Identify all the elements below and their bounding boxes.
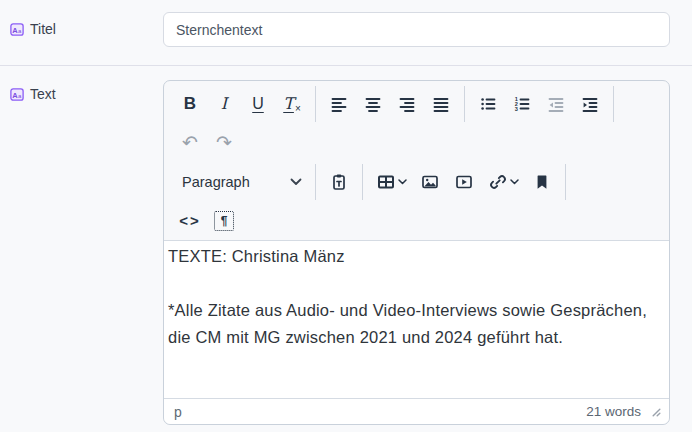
- link-button[interactable]: [481, 166, 525, 198]
- link-icon: [488, 172, 508, 192]
- italic-button[interactable]: I: [207, 88, 241, 120]
- toolbar-row-2: ↶ ↷: [173, 123, 661, 162]
- underline-button[interactable]: U: [241, 88, 275, 120]
- element-path[interactable]: p: [174, 404, 182, 420]
- svg-text:3: 3: [515, 105, 518, 111]
- italic-icon: I: [221, 96, 227, 112]
- format-select[interactable]: Paragraph: [173, 166, 309, 198]
- table-button[interactable]: [369, 166, 413, 198]
- toolbar-row-3: Paragraph: [173, 162, 661, 201]
- clear-formatting-button[interactable]: T×: [275, 88, 309, 120]
- align-right-icon: [397, 94, 417, 114]
- align-center-button[interactable]: [356, 88, 390, 120]
- underline-icon: U: [252, 96, 264, 112]
- unordered-list-button[interactable]: [471, 88, 505, 120]
- word-count[interactable]: 21 words: [586, 404, 641, 419]
- title-field-label-text: Titel: [30, 21, 56, 37]
- editor-content-area[interactable]: TEXTE: Christina Mänz *Alle Zitate aus A…: [164, 240, 669, 399]
- rich-text-editor: B I U T×: [163, 80, 670, 425]
- toolbar-separator: [362, 164, 363, 200]
- translate-icon: A a: [10, 88, 24, 101]
- resize-grip-icon: [650, 406, 661, 417]
- toolbar-separator: [315, 86, 316, 122]
- redo-button[interactable]: ↷: [207, 127, 241, 159]
- chevron-down-icon: [510, 179, 519, 185]
- bookmark-icon: [532, 172, 552, 192]
- indent-icon: [580, 94, 600, 114]
- chevron-down-icon: [290, 178, 302, 186]
- text-field-label-text: Text: [30, 86, 56, 102]
- media-icon: [454, 172, 474, 192]
- chevron-down-icon: [398, 179, 407, 185]
- show-formatting-button[interactable]: ¶: [207, 205, 241, 237]
- source-code-icon: <>: [179, 212, 201, 229]
- media-button[interactable]: [447, 166, 481, 198]
- row-divider: [0, 65, 692, 66]
- clear-formatting-icon: T: [283, 96, 294, 112]
- content-paragraph: *Alle Zitate aus Audio- und Video-Interv…: [168, 297, 658, 351]
- editor-toolbar: B I U T×: [164, 81, 669, 240]
- ordered-list-button[interactable]: 123: [505, 88, 539, 120]
- content-paragraph-empty: [168, 270, 658, 297]
- toolbar-separator: [613, 86, 614, 122]
- toolbar-row-1: B I U T×: [173, 84, 661, 123]
- editor-statusbar: p 21 words: [164, 399, 669, 424]
- unordered-list-icon: [478, 94, 498, 114]
- content-paragraph: TEXTE: Christina Mänz: [168, 243, 658, 270]
- align-center-icon: [363, 94, 383, 114]
- bold-button[interactable]: B: [173, 88, 207, 120]
- table-icon: [376, 172, 396, 192]
- show-formatting-icon: ¶: [214, 211, 234, 231]
- title-input[interactable]: [163, 12, 670, 47]
- source-code-button[interactable]: <>: [173, 205, 207, 237]
- toolbar-row-4: <> ¶: [173, 201, 661, 240]
- form-page: A a Titel A a Text B I U: [0, 0, 692, 432]
- bold-icon: B: [184, 95, 196, 112]
- align-justify-button[interactable]: [424, 88, 458, 120]
- clear-formatting-x: ×: [295, 98, 301, 120]
- ordered-list-icon: 123: [512, 94, 532, 114]
- align-right-button[interactable]: [390, 88, 424, 120]
- paste-as-text-icon: [329, 172, 349, 192]
- toolbar-separator: [565, 164, 566, 200]
- undo-button[interactable]: ↶: [173, 127, 207, 159]
- outdent-button[interactable]: [539, 88, 573, 120]
- align-left-icon: [329, 94, 349, 114]
- image-icon: [420, 172, 440, 192]
- outdent-icon: [546, 94, 566, 114]
- toolbar-separator: [464, 86, 465, 122]
- undo-icon: ↶: [182, 133, 198, 152]
- redo-icon: ↷: [216, 133, 232, 152]
- text-field-label: A a Text: [10, 86, 56, 102]
- indent-button[interactable]: [573, 88, 607, 120]
- title-field-label: A a Titel: [10, 21, 56, 37]
- align-left-button[interactable]: [322, 88, 356, 120]
- resize-handle[interactable]: [650, 406, 661, 417]
- format-select-value: Paragraph: [182, 174, 250, 190]
- align-justify-icon: [431, 94, 451, 114]
- anchor-bookmark-button[interactable]: [525, 166, 559, 198]
- image-button[interactable]: [413, 166, 447, 198]
- translate-icon: A a: [10, 23, 24, 36]
- paste-as-text-button[interactable]: [322, 166, 356, 198]
- toolbar-separator: [315, 164, 316, 200]
